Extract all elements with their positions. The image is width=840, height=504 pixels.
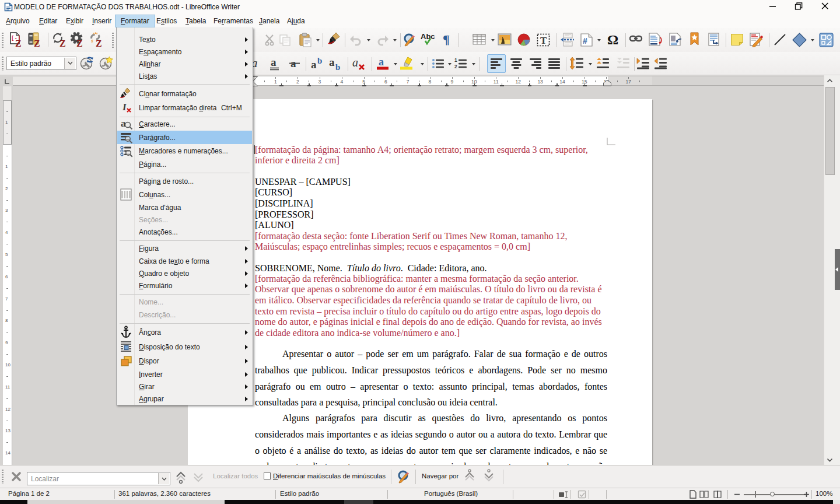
svg-text:Z: Z	[60, 38, 66, 48]
svg-text:b: b	[335, 62, 340, 71]
svg-text:a: a	[271, 57, 276, 68]
svg-text:¶: ¶	[443, 33, 450, 47]
svg-text:1: 1	[454, 57, 457, 63]
svg-text:Z: Z	[76, 38, 83, 48]
svg-text:a: a	[329, 57, 335, 68]
svg-text:2: 2	[454, 64, 457, 69]
svg-text:Z: Z	[96, 38, 102, 48]
svg-text:Ω: Ω	[607, 33, 618, 47]
svg-text:T: T	[540, 35, 547, 46]
svg-text:a: a	[379, 57, 384, 68]
svg-text:I: I	[122, 102, 127, 113]
svg-text:Abc: Abc	[421, 33, 435, 41]
svg-text:Z: Z	[34, 38, 40, 48]
svg-text:a: a	[352, 57, 358, 69]
svg-text:#: #	[583, 36, 587, 46]
svg-text:Z: Z	[15, 38, 22, 48]
svg-text:a: a	[311, 58, 317, 71]
svg-text:b: b	[317, 57, 322, 65]
